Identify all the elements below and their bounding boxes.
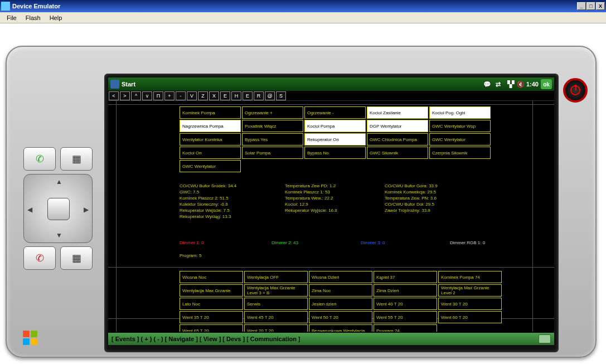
event-button[interactable]: Poxatlnik Włącz (242, 120, 303, 132)
ok-button[interactable]: ok (541, 79, 552, 89)
toolbar-btn-6[interactable]: - (176, 91, 186, 100)
keyboard-icon[interactable] (539, 334, 551, 343)
program-button[interactable]: Wiosna Dzień (309, 271, 372, 283)
program-button[interactable]: Kąpiel 37 (374, 271, 437, 283)
program-button[interactable]: Went 60 T 20 (438, 311, 502, 323)
dpad[interactable]: ▲ ▼ ◀ ▶ (23, 174, 93, 243)
signal-icon[interactable]: ▝▞ (505, 80, 514, 89)
toolbar-btn-5[interactable]: + (164, 91, 174, 100)
clock[interactable]: 1:40 (526, 81, 539, 88)
event-button[interactable]: GWC Chlodnica Pompa (367, 133, 428, 145)
toolbar-btn-9[interactable]: X (209, 91, 219, 100)
power-button[interactable] (563, 78, 588, 103)
footer-menu[interactable]: [ Events ] ( + ) ( - ) [ Navigate ] [ Vi… (111, 336, 300, 342)
call-button[interactable]: ✆ (23, 147, 56, 171)
minimize-button[interactable]: _ (577, 2, 586, 10)
menu-file[interactable]: File (2, 13, 21, 22)
program-button[interactable]: Wentylacja OFF (244, 271, 308, 283)
start-flag-icon[interactable] (110, 80, 119, 89)
program-button[interactable]: Went 65 T 20 (180, 324, 243, 332)
guide (116, 101, 117, 332)
toolbar-btn-0[interactable]: < (109, 91, 119, 100)
program-button[interactable]: Went 50 T 20 (309, 311, 372, 323)
program-button[interactable]: Serwis (244, 298, 308, 310)
program-button[interactable]: Went 70 T 20 (244, 324, 308, 332)
hangup-button[interactable]: ✆ (23, 246, 56, 270)
event-button[interactable]: Bypass Yes (242, 133, 303, 145)
event-button[interactable]: Kociol On (180, 147, 241, 159)
connection-icon[interactable]: ⇄ (494, 80, 503, 89)
volume-icon[interactable]: 🔇 (516, 80, 525, 89)
event-button[interactable]: GWC Wentylator Wsp (429, 120, 491, 132)
toolbar-btn-13[interactable]: R (254, 91, 264, 100)
program-button[interactable]: Went 45 T 20 (244, 311, 308, 323)
hw-button-app1[interactable]: ▦ (60, 147, 93, 171)
toolbar-btn-11[interactable]: H (231, 91, 241, 100)
dpad-down-icon[interactable]: ▼ (56, 231, 62, 239)
event-button[interactable]: Kociol Zasilanie (367, 106, 428, 119)
toolbar-btn-1[interactable]: > (120, 91, 130, 100)
app-content: Kominek PompaOgrzewanie +Ogrzewanie -Koc… (108, 101, 554, 332)
app-icon (1, 2, 10, 11)
svg-rect-3 (31, 338, 37, 345)
toolbar-btn-4[interactable]: Π (153, 91, 163, 100)
status-item: Temperatura Zew. PN: 3.6 (385, 196, 482, 201)
event-button[interactable]: Rekuperator On (304, 133, 366, 145)
program-button[interactable]: Wentylacja Max Grzanie Level 3 + B (244, 284, 308, 297)
program-button[interactable]: Bezwarunkowa Wentylacja (309, 324, 372, 332)
chat-icon[interactable]: 💬 (483, 80, 492, 89)
program-button[interactable]: Wentylacja Max Grzanie Level 2 (438, 284, 502, 297)
toolbar-btn-10[interactable]: E (220, 91, 230, 100)
menubar: File Flash Help (0, 12, 606, 23)
status-item: Kominek Konwekcja: 29.5 (385, 190, 482, 195)
event-button[interactable]: Wentylator Kominka (180, 133, 241, 145)
event-button[interactable]: Ogrzewanie - (304, 106, 366, 119)
dpad-left-icon[interactable]: ◀ (27, 206, 32, 213)
toolbar-btn-15[interactable]: S (276, 91, 286, 100)
event-button[interactable]: Ogrzewanie + (242, 106, 303, 119)
program-button[interactable]: Wentylacja Max Grzanie (180, 284, 243, 297)
program-button[interactable]: Went 30 T 20 (438, 298, 502, 310)
program-button[interactable]: Zima Dzień (374, 284, 437, 297)
menu-flash[interactable]: Flash (21, 13, 45, 22)
toolbar-btn-12[interactable]: E (243, 91, 253, 100)
event-button[interactable]: Bypass No (304, 147, 366, 159)
program-button[interactable]: Went 55 T 20 (374, 311, 437, 323)
wm-menubar[interactable]: [ Events ] ( + ) ( - ) [ Navigate ] [ Vi… (108, 333, 554, 345)
program-button[interactable]: Jesień dzień (309, 298, 372, 310)
program-button[interactable]: Program 24 (374, 324, 437, 332)
dimmers-row: Dimmer 1: 0 Dimmer 2: 43 Dimmer 3: 0 Dim… (180, 240, 528, 245)
window-titlebar: Device Emulator _ □ X (0, 0, 606, 12)
program-button[interactable]: Went 40 T 20 (374, 298, 437, 310)
svg-rect-2 (23, 338, 30, 345)
program-button[interactable]: Wiosna Noc (180, 271, 243, 283)
hw-button-keypad[interactable]: ▦ (60, 246, 93, 270)
event-button[interactable]: GWC Wentylator (429, 133, 491, 145)
program-button[interactable]: Kominek Pompa 74 (438, 271, 502, 283)
toolbar-btn-8[interactable]: Z (198, 91, 208, 100)
event-button[interactable]: Solar Pompa (242, 147, 303, 159)
event-button[interactable]: Kociol Pog. Ogbi (429, 106, 491, 119)
dpad-center[interactable] (47, 198, 70, 220)
event-button[interactable]: GWC Wentylator (180, 160, 241, 172)
maximize-button[interactable]: □ (586, 2, 595, 10)
event-button[interactable]: Kociol Pompa (304, 120, 366, 132)
program-button[interactable]: Went 35 T 20 (180, 311, 243, 323)
event-button[interactable]: Kominek Pompa (180, 106, 241, 119)
start-label[interactable]: Start (122, 81, 135, 88)
menu-help[interactable]: Help (45, 13, 67, 22)
program-button[interactable]: Zima Noc (309, 284, 372, 297)
dpad-right-icon[interactable]: ▶ (84, 206, 89, 213)
program-button[interactable]: Lato Noc (180, 298, 243, 310)
close-button[interactable]: X (596, 2, 605, 10)
toolbar-btn-3[interactable]: v (142, 91, 152, 100)
event-button[interactable]: GWC Siłownik (367, 147, 428, 159)
toolbar-btn-14[interactable]: @ (265, 91, 275, 100)
event-button[interactable]: Czerpnia Siłownik (429, 147, 491, 159)
event-button[interactable]: DGP Wentylator (367, 120, 428, 132)
event-button[interactable]: Nagrzewnica Pompa (180, 120, 241, 132)
toolbar-btn-2[interactable]: ^ (131, 91, 141, 100)
dpad-up-icon[interactable]: ▲ (56, 178, 62, 186)
status-item: CO/CWU Bufor Środek: 34.4 (180, 183, 283, 188)
toolbar-btn-7[interactable]: V (187, 91, 197, 100)
